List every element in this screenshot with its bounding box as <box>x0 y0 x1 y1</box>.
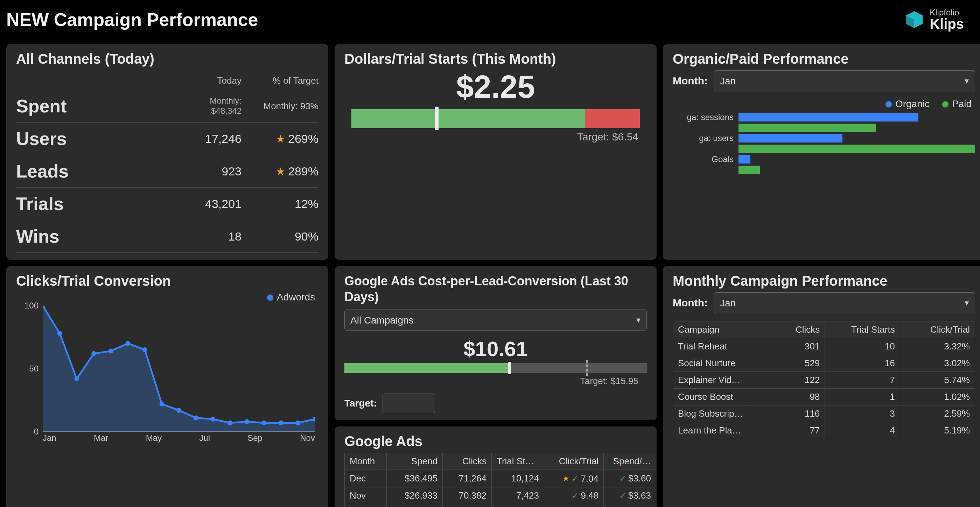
metric-target: ★289% <box>242 164 318 178</box>
svg-point-10 <box>210 417 215 422</box>
dollars-trial-target: Target: $6.54 <box>344 131 638 143</box>
brand: Klipfolio Klips <box>904 8 974 31</box>
hbar-label: ga: users <box>673 133 736 143</box>
panel-cpl: Google Ads Cost-per-Lead-Conversion (Las… <box>335 266 657 420</box>
op-month-select[interactable]: Jan <box>714 70 975 91</box>
legend-paid: Paid <box>942 98 972 110</box>
metric-name: Wins <box>16 226 137 247</box>
metric-today: 17,246 <box>137 132 242 146</box>
hbar-row: ga: users <box>673 133 975 143</box>
dollars-trial-value: $2.25 <box>344 69 647 105</box>
cpl-target: Target: $15.95 <box>344 376 638 387</box>
table-row: Learn the Pla…7745.19% <box>673 422 975 439</box>
svg-point-6 <box>142 348 147 352</box>
clicks-trial-title: Clicks/Trial Conversion <box>16 273 318 289</box>
metric-name: Users <box>16 128 137 149</box>
monthly-campaign-table: CampaignClicksTrial StartsClick/Trial Tr… <box>673 321 975 439</box>
panel-all-channels: All Channels (Today) Today % of Target S… <box>6 44 328 260</box>
check-icon: ✓ <box>619 491 626 501</box>
svg-point-9 <box>194 415 199 420</box>
table-row: Course Boost9811.02% <box>673 389 975 405</box>
metric-today: Monthly:$48,342 <box>137 96 242 116</box>
svg-point-1 <box>57 331 62 336</box>
metric-today: 43,201 <box>137 197 242 211</box>
col-target: % of Target <box>242 75 318 86</box>
check-icon: ✓ <box>571 474 579 483</box>
metric-target: 12% <box>242 197 318 211</box>
metric-name: Leads <box>16 161 137 182</box>
hbar-label: Goals <box>673 155 736 164</box>
table-header: Clicks <box>443 453 492 470</box>
table-header: Month <box>345 453 387 470</box>
clicks-trial-chart: 100 50 0 JanMarMayJulSepNov <box>16 306 318 446</box>
legend-organic: Organic <box>886 98 930 110</box>
panel-clicks-trial: Clicks/Trial Conversion Adwords 100 50 0… <box>6 266 328 507</box>
google-ads-title: Google Ads <box>344 434 647 449</box>
mc-month-select[interactable]: Jan <box>714 292 975 313</box>
op-month-label: Month: <box>673 75 708 87</box>
svg-point-3 <box>91 351 96 356</box>
table-header: Spend <box>387 453 443 470</box>
organic-paid-title: Organic/Paid Performance <box>673 51 975 67</box>
hbar-row <box>673 145 975 153</box>
legend-adwords: Adwords <box>267 292 315 303</box>
star-icon: ★ <box>276 133 285 145</box>
star-icon: ★ <box>276 165 285 177</box>
panel-google-ads: Google Ads MonthSpendClicksTrial Sta…Cli… <box>335 426 657 507</box>
cpl-value: $10.61 <box>344 337 647 361</box>
brand-top: Klipfolio <box>930 8 964 17</box>
all-channels-row: Users17,246★269% <box>16 122 318 155</box>
panel-monthly-campaign: Monthly Campaign Performance Month: Jan … <box>663 266 980 507</box>
page-title: NEW Campaign Performance <box>6 9 258 30</box>
metric-name: Trials <box>16 193 137 214</box>
all-channels-title: All Channels (Today) <box>16 51 318 67</box>
panel-organic-paid: Organic/Paid Performance Month: Jan Orga… <box>663 44 980 260</box>
table-header: Click/Trial <box>544 453 604 470</box>
cpl-target-field-label: Target: <box>344 398 377 409</box>
svg-point-4 <box>108 349 113 354</box>
metric-today: 18 <box>137 230 242 243</box>
svg-point-5 <box>125 341 130 346</box>
monthly-campaign-title: Monthly Campaign Performance <box>673 273 975 289</box>
brand-bottom: Klips <box>930 17 964 31</box>
hbar-row <box>673 166 975 174</box>
table-row: Oct$40,13294,30211,386✓ 8.28✓ $3.52 <box>345 504 656 507</box>
table-header: Campaign <box>673 321 750 338</box>
table-row: Social Nurture529163.02% <box>673 355 975 372</box>
all-channels-row: Wins1890% <box>16 220 318 253</box>
table-row: Explainer Vid…12275.74% <box>673 372 975 389</box>
table-header: Trial Sta… <box>492 453 544 470</box>
table-row: Dec$36,49571,26410,124★✓ 7.04✓ $3.60 <box>345 470 656 487</box>
metric-target: Monthly: 93% <box>242 101 318 112</box>
metric-target: ★269% <box>242 132 318 146</box>
svg-point-14 <box>278 421 283 426</box>
svg-point-15 <box>296 421 301 426</box>
cpl-title: Google Ads Cost-per-Lead-Conversion (Las… <box>344 273 647 305</box>
dollars-trial-progress <box>352 109 640 128</box>
table-header: Trial Starts <box>825 321 900 338</box>
check-icon: ✓ <box>619 474 626 483</box>
hbar-label: ga: sessions <box>673 112 736 122</box>
svg-point-13 <box>261 421 266 426</box>
app-header: NEW Campaign Performance Klipfolio Klips <box>0 0 980 39</box>
svg-point-2 <box>74 376 79 381</box>
table-header: Spend/… <box>604 453 656 470</box>
table-row: Trial Reheat301103.32% <box>673 338 975 355</box>
mc-month-label: Month: <box>673 297 708 309</box>
metric-target: 90% <box>242 230 318 243</box>
google-ads-table: MonthSpendClicksTrial Sta…Click/TrialSpe… <box>344 453 656 507</box>
cpl-target-input[interactable] <box>383 394 435 413</box>
table-header: Clicks <box>750 321 825 338</box>
all-channels-row: Leads923★289% <box>16 155 318 187</box>
cpl-progress <box>344 363 647 373</box>
panel-dollars-trial: Dollars/Trial Starts (This Month) $2.25 … <box>335 44 657 260</box>
svg-point-7 <box>160 402 164 407</box>
svg-point-12 <box>245 419 250 424</box>
hbar-row: ga: sessions <box>673 112 975 122</box>
table-header: Click/Trial <box>900 321 975 338</box>
brand-logo-icon <box>904 10 924 29</box>
cpl-campaign-select[interactable]: All Campaigns <box>344 309 647 330</box>
all-channels-row: SpentMonthly:$48,342Monthly: 93% <box>16 89 318 122</box>
metric-name: Spent <box>16 96 137 116</box>
dollars-trial-title: Dollars/Trial Starts (This Month) <box>344 51 647 67</box>
